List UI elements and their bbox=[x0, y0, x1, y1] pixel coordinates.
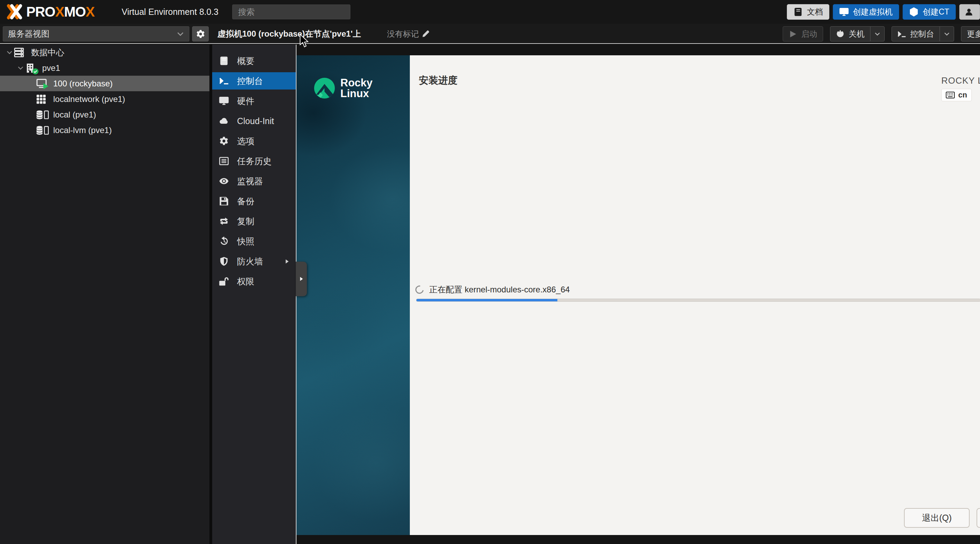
menu-item-label: 快照 bbox=[237, 236, 255, 247]
more-label: 更多 bbox=[967, 29, 980, 40]
tree-item-local[interactable]: local (pve1) bbox=[0, 107, 209, 122]
keyboard-layout-code: cn bbox=[958, 91, 967, 100]
vm-menu-item-monitor[interactable]: 监视器 bbox=[212, 172, 296, 190]
install-task-label: 正在配置 kernel-modules-core.x86_64 bbox=[429, 284, 570, 295]
vm-menu: 概要控制台硬件Cloud-Init选项任务历史监视器备份复制快照防火墙权限 bbox=[212, 45, 296, 544]
vm-menu-item-console[interactable]: 控制台 bbox=[212, 72, 296, 89]
shutdown-dropdown[interactable] bbox=[870, 31, 884, 37]
status-ok-icon bbox=[32, 68, 39, 75]
tree-item-vm-100[interactable]: 100 (rockybase) bbox=[0, 76, 209, 91]
menu-item-label: 复制 bbox=[237, 216, 255, 227]
menu-item-label: 控制台 bbox=[237, 75, 263, 87]
server-icon bbox=[14, 47, 27, 58]
create-ct-button[interactable]: 创建CT bbox=[903, 4, 956, 20]
installer-sidebar: Rocky Linux bbox=[296, 55, 410, 535]
terminal-icon bbox=[897, 30, 906, 38]
expand-toggle[interactable] bbox=[16, 65, 25, 71]
user-menu-button[interactable] bbox=[959, 4, 980, 20]
view-selector-label: 服务器视图 bbox=[8, 28, 49, 40]
quit-button[interactable]: 退出(Q) bbox=[904, 508, 970, 528]
vm-menu-item-options[interactable]: 选项 bbox=[212, 132, 296, 150]
pencil-icon bbox=[422, 30, 430, 38]
menu-item-label: 权限 bbox=[237, 276, 255, 287]
vm-menu-item-snapshots[interactable]: 快照 bbox=[212, 232, 296, 250]
tree-item-label: pve1 bbox=[42, 63, 60, 73]
vm-menu-item-summary[interactable]: 概要 bbox=[212, 52, 296, 70]
search-input[interactable] bbox=[232, 5, 350, 19]
terminal-icon bbox=[219, 76, 231, 86]
chevronDown-icon bbox=[6, 49, 13, 56]
anaconda-installer-screen: Rocky Linux 安装进度 ROCKY LI cn 正在配置 kernel… bbox=[296, 55, 980, 535]
console-label: 控制台 bbox=[910, 29, 934, 40]
tree-item-localnetwork[interactable]: localnetwork (pve1) bbox=[0, 91, 209, 107]
proxmox-logo-icon bbox=[5, 3, 24, 20]
vnc-console[interactable]: Rocky Linux 安装进度 ROCKY LI cn 正在配置 kernel… bbox=[296, 45, 980, 544]
tree-item-label: local-lvm (pve1) bbox=[53, 126, 111, 135]
panel-expander-handle[interactable] bbox=[296, 262, 307, 296]
unlock-icon bbox=[219, 276, 231, 286]
next-button-partial[interactable] bbox=[977, 508, 980, 528]
tree-settings-button[interactable] bbox=[192, 26, 209, 41]
tree-item-local-lvm[interactable]: local-lvm (pve1) bbox=[0, 122, 209, 138]
tree-item-label: 数据中心 bbox=[31, 47, 64, 58]
tree-item-label: 100 (rockybase) bbox=[53, 79, 113, 89]
vm-menu-item-backup[interactable]: 备份 bbox=[212, 192, 296, 210]
vm-action-buttons: 启动关机 控制台 更多 bbox=[783, 26, 980, 41]
caret-right-icon bbox=[299, 277, 304, 282]
view-selector-dropdown[interactable]: 服务器视图 bbox=[3, 26, 189, 41]
page-title: 虚拟机100 (rockybase)在节点'pve1'上 bbox=[217, 24, 361, 44]
top-bar-buttons: 文档创建虚拟机创建CT bbox=[787, 4, 980, 20]
menu-item-label: 选项 bbox=[237, 135, 255, 147]
vm-menu-item-hardware[interactable]: 硬件 bbox=[212, 92, 296, 110]
tree-item-datacenter[interactable]: 数据中心 bbox=[0, 45, 209, 60]
tree-item-label: local (pve1) bbox=[53, 110, 96, 119]
tree-item-label: localnetwork (pve1) bbox=[53, 94, 125, 104]
menu-item-label: 备份 bbox=[237, 196, 255, 207]
vm-menu-item-firewall[interactable]: 防火墙 bbox=[212, 253, 296, 270]
tags-label: 没有标记 bbox=[387, 29, 419, 40]
keyboard-icon bbox=[946, 92, 955, 99]
documentation-button[interactable]: 文档 bbox=[787, 4, 829, 20]
vm-menu-item-cloud-init[interactable]: Cloud-Init bbox=[212, 112, 296, 130]
more-button[interactable]: 更多 bbox=[961, 26, 980, 41]
building-icon bbox=[25, 62, 38, 74]
installer-distro-header: ROCKY LI bbox=[941, 75, 980, 86]
spinner-icon bbox=[414, 284, 425, 295]
start-label: 启动 bbox=[801, 29, 817, 40]
top-bar: PROXMOX Virtual Environment 8.0.3 文档创建虚拟… bbox=[0, 0, 980, 24]
chevron-down-icon bbox=[177, 30, 184, 38]
installer-content: 安装进度 ROCKY LI cn 正在配置 kernel-modules-cor… bbox=[410, 55, 980, 535]
vm-menu-item-task-history[interactable]: 任务历史 bbox=[212, 153, 296, 170]
book-icon bbox=[219, 56, 231, 66]
progress-fill bbox=[417, 299, 557, 301]
gear-icon bbox=[219, 136, 231, 146]
keyboard-layout-indicator[interactable]: cn bbox=[941, 89, 972, 101]
cloud-icon bbox=[219, 116, 231, 126]
repeat-icon bbox=[219, 216, 231, 226]
shutdown-button[interactable]: 关机 bbox=[830, 26, 885, 41]
shutdown-label: 关机 bbox=[849, 29, 865, 40]
vm-menu-item-replication[interactable]: 复制 bbox=[212, 213, 296, 230]
tree-item-pve1[interactable]: pve1 bbox=[0, 60, 209, 76]
vm-menu-item-permissions[interactable]: 权限 bbox=[212, 273, 296, 290]
resource-tree: 数据中心pve1100 (rockybase)localnetwork (pve… bbox=[0, 45, 209, 544]
toolbar: 服务器视图 虚拟机100 (rockybase)在节点'pve1'上 没有标记 … bbox=[0, 24, 980, 44]
install-task-row: 正在配置 kernel-modules-core.x86_64 bbox=[415, 284, 570, 295]
installer-page-title: 安装进度 bbox=[419, 74, 458, 87]
proxmox-window: PROXMOX Virtual Environment 8.0.3 文档创建虚拟… bbox=[0, 0, 980, 544]
console-dropdown[interactable] bbox=[940, 31, 954, 37]
product-version: Virtual Environment 8.0.3 bbox=[122, 0, 218, 24]
eye-icon bbox=[219, 176, 231, 186]
console-button[interactable]: 控制台 bbox=[891, 26, 954, 41]
documentation-label: 文档 bbox=[807, 6, 823, 17]
tags-editor[interactable]: 没有标记 bbox=[387, 24, 430, 44]
menu-item-label: 概要 bbox=[237, 55, 255, 67]
power-icon bbox=[836, 30, 845, 38]
create-vm-label: 创建虚拟机 bbox=[853, 6, 892, 17]
user-icon bbox=[964, 8, 974, 17]
menu-item-label: 监视器 bbox=[237, 176, 263, 187]
create-vm-button[interactable]: 创建虚拟机 bbox=[833, 4, 899, 20]
rocky-linux-logo: Rocky Linux bbox=[313, 77, 372, 99]
expand-toggle[interactable] bbox=[5, 49, 14, 56]
gear-icon bbox=[196, 29, 205, 39]
